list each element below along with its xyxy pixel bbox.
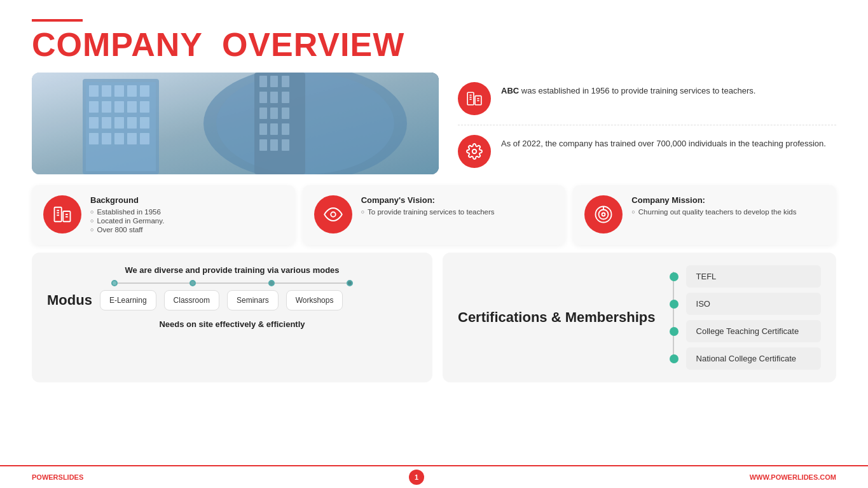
cert-tag-iso: ISO [686, 293, 821, 315]
bottom-section: We are diverse and provide training via … [32, 253, 836, 382]
modus-footer: Needs on site effectively & efficiently [47, 319, 417, 329]
vision-item-1: To provide training services to teachers [361, 208, 495, 216]
company-building-icon [458, 82, 491, 115]
modus-items: Modus E-Learning Classroom Seminars Work… [47, 290, 417, 310]
cert-item-national-college: National College Certificate [682, 347, 821, 370]
mission-item-1: Churning out quality teachers to develop… [631, 208, 796, 216]
svg-point-60 [599, 210, 609, 220]
vision-text: Company's Vision: To provide training se… [361, 195, 495, 217]
modus-tag-elearning: E-Learning [100, 290, 156, 310]
modus-label: Modus [47, 292, 92, 309]
mission-text: Company Mission: Churning out quality te… [631, 195, 796, 217]
svg-rect-51 [55, 207, 62, 222]
svg-point-61 [602, 213, 605, 216]
footer-brand-black: POWER [32, 473, 59, 481]
footer-brand-red: SLIDES [59, 473, 84, 481]
cert-timeline-line [673, 272, 674, 363]
cert-item-college-teaching: College Teaching Certificate [682, 320, 821, 342]
modus-dot-2 [189, 280, 196, 286]
modus-tag-workshops: Workshops [286, 290, 343, 310]
modus-dot-1 [111, 280, 118, 286]
title-black: COMPANY [32, 26, 202, 63]
background-text: Background Established in 1956 Located i… [90, 195, 164, 235]
company-info-text-2: As of 2022, the company has trained over… [501, 135, 826, 150]
modus-tag-classroom: Classroom [164, 290, 219, 310]
svg-rect-41 [32, 73, 439, 174]
background-icon [43, 195, 81, 234]
modus-timeline [47, 282, 417, 284]
svg-point-50 [472, 150, 477, 154]
building-image [32, 73, 439, 174]
cert-title: Certifications & Memberships [458, 309, 656, 327]
info-box-vision: Company's Vision: To provide training se… [303, 185, 566, 245]
modus-dot-4 [347, 280, 353, 286]
modus-tag-seminars: Seminars [227, 290, 279, 310]
cert-dot-3 [670, 327, 679, 336]
modus-dot-3 [268, 280, 275, 286]
cert-dot-1 [670, 272, 679, 281]
vision-title: Company's Vision: [361, 195, 495, 205]
footer-page-number: 1 [409, 470, 424, 485]
page-title: COMPANY OVERVIEW [32, 28, 836, 61]
mission-icon [584, 195, 623, 234]
company-info-1: ABC was established in 1956 to provide t… [458, 73, 836, 125]
cert-item-tefl: TEFL [682, 265, 821, 288]
modus-box: We are diverse and provide training via … [32, 253, 432, 382]
svg-point-58 [331, 212, 336, 217]
cert-tag-tefl: TEFL [686, 265, 821, 288]
info-box-mission: Company Mission: Churning out quality te… [573, 185, 836, 245]
modus-line [111, 282, 353, 284]
cert-dot-2 [670, 300, 679, 309]
info-boxes-row: Background Established in 1956 Located i… [32, 185, 836, 245]
cert-item-iso: ISO [682, 293, 821, 315]
svg-rect-42 [467, 92, 474, 105]
cert-dot-4 [670, 354, 679, 363]
company-gear-icon [458, 135, 491, 168]
slide: COMPANY OVERVIEW [0, 0, 868, 488]
cert-tag-college-teaching: College Teaching Certificate [686, 320, 821, 342]
company-info-text-1: ABC was established in 1956 to provide t… [501, 82, 755, 97]
footer-website: WWW.POWERLIDES.COM [750, 473, 836, 481]
vision-icon [314, 195, 352, 234]
cert-tag-national-college: National College Certificate [686, 347, 821, 370]
title-red: OVERVIEW [222, 26, 404, 63]
info-box-background: Background Established in 1956 Located i… [32, 185, 295, 245]
mission-title: Company Mission: [631, 195, 796, 205]
background-item-1: Established in 1956 [90, 208, 164, 216]
modus-header: We are diverse and provide training via … [47, 265, 417, 275]
header-accent-line [32, 19, 83, 22]
company-info-2: As of 2022, the company has trained over… [458, 125, 836, 178]
background-title: Background [90, 195, 164, 205]
certifications-box: Certifications & Memberships TEFL ISO [443, 253, 836, 382]
footer: POWERSLIDES 1 WWW.POWERLIDES.COM [0, 465, 868, 488]
background-item-2: Located in Germany. [90, 217, 164, 225]
background-item-3: Over 800 staff [90, 226, 164, 234]
footer-brand: POWERSLIDES [32, 473, 83, 481]
